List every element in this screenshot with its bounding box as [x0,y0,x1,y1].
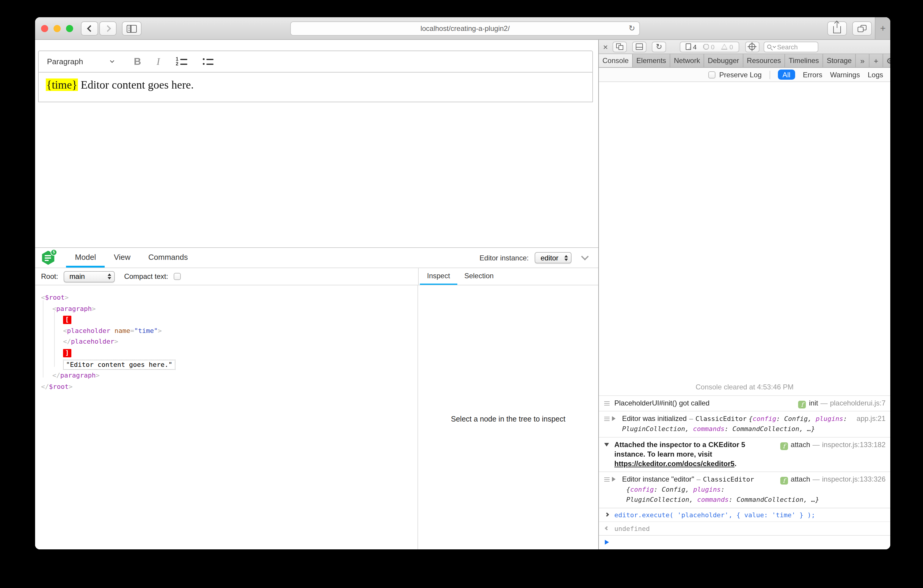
divider [769,71,770,79]
tab-console[interactable]: Console [599,54,633,67]
tree-node-root-open[interactable]: <$root> [41,294,417,305]
heading-dropdown[interactable]: Paragraph [47,57,113,66]
source-location[interactable]: app.js:21 [857,414,885,423]
root-select[interactable]: main [63,271,115,282]
disclosure-triangle-icon[interactable] [604,443,609,447]
docs-link[interactable]: https://ckeditor.com/docs/ckeditor5 [614,460,734,468]
italic-button[interactable]: I [157,56,160,67]
tree-node-placeholder-open[interactable]: <placeholdername="time"> [41,327,417,338]
bulleted-list-button[interactable] [203,57,214,66]
source-location[interactable]: inspector.js:133:326 [822,475,886,483]
sidebar-toggle-button[interactable] [122,21,141,36]
log-icon [604,478,609,478]
inspect-pane: Select a node in the tree to inspect [418,286,598,549]
console-message: app.js:21 Editor was initialized–Classic… [599,411,890,437]
console-filter-bar: Preserve Log All Errors Warnings Logs [599,68,890,82]
reload-page-button[interactable]: ↻ [652,41,666,52]
zoom-window-button[interactable] [66,25,73,32]
chevron-left-icon [87,25,94,32]
bold-button[interactable]: B [134,56,141,67]
source-location[interactable]: placeholderui.js:7 [830,399,885,407]
editor-toolbar: Paragraph B I 1 2 [38,51,593,72]
ck-inspector: 5 Model View Commands Editor instance: e… [35,247,598,549]
ckeditor-logo-icon: 5 [41,251,55,265]
chevron-down-icon [110,59,114,63]
preserve-log-checkbox[interactable] [709,71,716,78]
filter-all[interactable]: All [778,69,795,80]
address-bar[interactable]: localhost/creating-a-plugin2/ ↻ [290,21,640,36]
element-picker-button[interactable] [745,41,759,52]
tab-timelines[interactable]: Timelines [785,54,823,67]
result-arrow-icon [605,526,609,531]
tab-selection[interactable]: Selection [457,268,501,285]
tab-overview-icon [857,25,867,32]
editor-instance-label: Editor instance: [480,254,529,262]
filter-warnings[interactable]: Warnings [830,71,860,79]
share-button[interactable] [827,21,847,36]
web-inspector: × ↻ 4 [599,40,890,549]
inspector-search-field[interactable]: Search [763,41,818,52]
compact-text-checkbox[interactable] [173,273,181,280]
pages-count: 4 [686,43,696,50]
tab-elements[interactable]: Elements [633,54,670,67]
tab-overview-button[interactable] [852,21,872,36]
back-button[interactable] [81,21,98,36]
tab-storage[interactable]: Storage [823,54,856,67]
filter-errors[interactable]: Errors [803,71,822,79]
message-text: Editor instance "editor" [622,475,694,483]
tab-inspect[interactable]: Inspect [420,268,457,285]
close-inspector-button[interactable]: × [603,43,608,51]
tab-commands[interactable]: Commands [140,248,197,268]
share-icon [833,26,841,33]
search-placeholder: Search [777,43,798,50]
console-input[interactable] [599,535,890,549]
indent-guide [43,300,43,378]
model-tree[interactable]: <$root> <paragraph> [ <placeholdername="… [35,286,418,549]
reload-icon[interactable]: ↻ [629,24,635,33]
resource-summary[interactable]: 4 0 0 [680,41,739,52]
tab-network[interactable]: Network [670,54,704,67]
close-window-button[interactable] [41,25,48,32]
editor-instance-select[interactable]: editor [535,252,572,263]
settings-tab-button[interactable]: ⚙ [883,54,890,67]
ckeditor-widget: Paragraph B I 1 2 [38,51,593,102]
reload-icon: ↻ [656,42,662,51]
disclosure-triangle-icon[interactable] [612,416,616,421]
detach-inspector-button[interactable] [613,41,627,52]
numbered-list-button[interactable]: 1 2 [176,57,187,66]
minimize-window-button[interactable] [54,25,61,32]
tree-node-placeholder-close[interactable]: </placeholder> [41,338,417,349]
console-cleared-message: Console cleared at 4:53:46 PM [599,381,890,395]
tree-text-node[interactable]: "Editor content goes here." [41,360,417,371]
select-stepper-icon [107,273,111,279]
ck-inspector-header: 5 Model View Commands Editor instance: e… [35,248,598,268]
detach-icon [616,43,623,50]
editor-content[interactable]: {time} Editor content goes here. [38,72,593,102]
window-content: Paragraph B I 1 2 [35,40,890,549]
tree-node-paragraph-close[interactable]: </paragraph> [41,371,417,383]
filter-logs[interactable]: Logs [868,71,883,79]
placeholder-token[interactable]: {time} [46,79,78,91]
search-icon [767,44,771,49]
forward-button[interactable] [99,21,117,36]
select-stepper-icon [564,255,568,261]
new-tab-button[interactable]: + [875,17,890,39]
tab-resources[interactable]: Resources [743,54,785,67]
add-tab-button[interactable]: + [869,54,883,67]
console-pane[interactable]: Console cleared at 4:53:46 PM Placeholde… [599,82,890,549]
source-location[interactable]: inspector.js:133:182 [822,440,886,449]
dock-inspector-button[interactable] [632,41,647,52]
search-scope-chevron-icon [772,44,775,48]
tree-node-paragraph-open[interactable]: <paragraph> [41,305,417,316]
crosshair-icon [749,43,755,50]
tab-overflow-button[interactable]: » [856,54,869,67]
warning-icon [721,44,728,50]
tab-view[interactable]: View [105,248,140,268]
errors-count: 0 [703,43,714,50]
tab-debugger[interactable]: Debugger [704,54,743,67]
disclosure-triangle-icon[interactable] [612,477,616,481]
tree-node-root-close[interactable]: </$root> [41,383,417,394]
collapse-inspector-icon[interactable] [581,253,588,260]
preserve-log-toggle[interactable]: Preserve Log [709,71,762,79]
tab-model[interactable]: Model [66,248,105,268]
